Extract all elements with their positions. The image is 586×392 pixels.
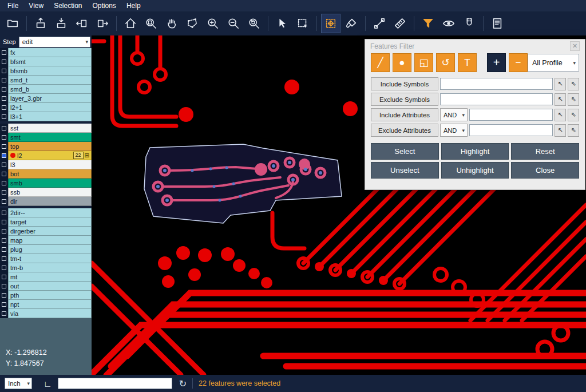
layer-row-bfsmt[interactable]: bfsmt — [0, 57, 92, 66]
unhighlight-button[interactable]: Unhighlight — [441, 162, 509, 179]
include-attributes-pick-button[interactable]: ↖ — [555, 109, 566, 121]
layer-checkbox[interactable] — [2, 172, 6, 176]
layer-checkbox[interactable] — [2, 114, 6, 119]
layer-name-cell[interactable]: dirgerber — [8, 227, 92, 236]
layer-row-l3[interactable]: l3 — [0, 160, 92, 169]
layer-name-cell[interactable]: ssb — [8, 188, 92, 197]
layer-checkbox[interactable] — [2, 69, 6, 73]
layer-row-fx[interactable]: fx — [0, 48, 92, 57]
layer-row-plug[interactable]: plug — [0, 245, 92, 254]
layer-name-cell[interactable]: plug — [8, 245, 92, 254]
exclude-symbols-button[interactable]: Exclude Symbols — [371, 93, 438, 106]
open-file-button[interactable] — [3, 14, 22, 33]
ruler-tool-button[interactable] — [390, 14, 410, 33]
layer-name-cell[interactable]: mt — [8, 272, 92, 282]
layer-row-dir[interactable]: dir — [0, 197, 92, 206]
exclude-attributes-input[interactable] — [469, 124, 553, 136]
layer-checkbox[interactable] — [2, 266, 6, 270]
layer-name-cell[interactable]: target — [8, 217, 92, 227]
include-symbols-pick-button[interactable]: ↖ — [555, 78, 566, 90]
layer-checkbox[interactable] — [2, 50, 6, 55]
report-log-button[interactable] — [488, 14, 507, 33]
layer-checkbox[interactable] — [2, 229, 6, 233]
home-view-button[interactable] — [121, 14, 140, 33]
layer-row-smt[interactable]: smt — [0, 133, 92, 142]
include-symbols-input[interactable] — [440, 78, 553, 90]
layer-row-dirgerber[interactable]: dirgerber — [0, 227, 92, 236]
layer-checkbox[interactable] — [2, 284, 6, 288]
layer-row-layer_3.gbr[interactable]: layer_3.gbr — [0, 94, 92, 103]
rectangle-select-button[interactable] — [293, 14, 312, 33]
layer-name-cell[interactable]: l3 — [8, 160, 92, 169]
pad-tool-button[interactable]: ● — [393, 53, 411, 72]
exclude-attributes-pick-add-button[interactable]: ⇖ — [568, 124, 579, 137]
include-symbols-pick-add-button[interactable]: ⇖ — [568, 78, 579, 90]
menu-selection[interactable]: Selection — [49, 1, 87, 10]
zoom-out-button[interactable] — [224, 14, 243, 33]
layer-row-top[interactable]: top — [0, 142, 92, 151]
layer-row-l2[interactable]: l222⊞ — [0, 151, 92, 160]
line-tool-button[interactable]: ╱ — [371, 53, 390, 72]
arc-tool-button[interactable]: ↺ — [436, 53, 455, 72]
layer-row-target[interactable]: target — [0, 217, 92, 227]
layer-checkbox[interactable] — [2, 311, 6, 316]
close-icon[interactable]: ✕ — [570, 41, 580, 51]
layer-row-ssb[interactable]: ssb — [0, 188, 92, 197]
layer-row-out[interactable]: out — [0, 282, 92, 291]
layer-name-cell[interactable]: layer_3.gbr — [8, 94, 92, 103]
layer-checkbox[interactable] — [2, 144, 6, 149]
layer-checkbox[interactable] — [2, 60, 6, 64]
layer-row-smd_t[interactable]: smd_t — [0, 76, 92, 85]
zoom-in-button[interactable] — [203, 14, 223, 33]
exclude-symbols-pick-button[interactable]: ↖ — [555, 93, 566, 106]
layer-checkbox[interactable] — [2, 199, 6, 204]
layer-name-cell[interactable]: l2+1 — [8, 103, 92, 112]
layer-row-smd_b[interactable]: smd_b — [0, 85, 92, 94]
layer-visibility-button[interactable] — [439, 14, 458, 33]
layer-checkbox[interactable] — [2, 293, 6, 298]
layer-row-tm-b[interactable]: tm-b — [0, 263, 92, 272]
exclude-attributes-button[interactable]: Exclude Attributes — [371, 124, 438, 137]
add-mode-button[interactable]: + — [487, 53, 506, 72]
layer-row-sst[interactable]: sst — [0, 124, 92, 133]
exclude-symbols-pick-add-button[interactable]: ⇖ — [568, 93, 579, 106]
refresh-icon[interactable]: ↻ — [179, 378, 187, 389]
layer-name-cell[interactable]: smd_b — [8, 85, 92, 94]
layer-name-cell[interactable]: map — [8, 236, 92, 245]
layer-checkbox[interactable] — [2, 220, 6, 224]
layer-checkbox[interactable] — [2, 135, 6, 140]
include-attributes-input[interactable] — [469, 109, 553, 121]
layer-checkbox[interactable] — [2, 96, 6, 101]
layer-checkbox[interactable] — [2, 275, 6, 279]
menu-file[interactable]: File — [2, 1, 23, 10]
layer-name-cell[interactable]: tm-t — [8, 254, 92, 263]
layer-checkbox[interactable] — [2, 302, 6, 307]
include-attributes-pick-add-button[interactable]: ⇖ — [568, 109, 579, 121]
select-tool-button[interactable] — [272, 14, 292, 33]
layer-row-mt[interactable]: mt — [0, 272, 92, 282]
measure-tool-button[interactable] — [370, 14, 389, 33]
import-step-button[interactable] — [52, 14, 71, 33]
layer-name-cell[interactable]: 2dir-- — [8, 208, 92, 217]
include-attributes-button[interactable]: Include Attributes — [371, 108, 438, 121]
surface-tool-button[interactable]: ◱ — [414, 53, 433, 72]
layer-checkbox[interactable] — [2, 78, 6, 82]
layer-name-cell[interactable]: bfsmb — [8, 66, 92, 76]
layer-name-cell[interactable]: via — [8, 309, 92, 318]
export-step-button[interactable] — [31, 14, 50, 33]
layer-name-cell[interactable]: pth — [8, 291, 92, 300]
zoom-reset-button[interactable] — [244, 14, 264, 33]
polygon-select-button[interactable] — [183, 14, 202, 33]
snap-tool-button[interactable] — [460, 14, 479, 33]
command-input[interactable] — [58, 378, 172, 389]
layer-row-npt[interactable]: npt — [0, 300, 92, 309]
remove-mode-button[interactable]: − — [509, 53, 528, 72]
dialog-titlebar[interactable]: Features Filter ✕ — [365, 39, 585, 53]
select-button[interactable]: Select — [371, 143, 439, 160]
reset-button[interactable]: Reset — [511, 143, 579, 160]
layer-checkbox[interactable] — [2, 238, 6, 243]
layer-name-cell[interactable]: fx — [8, 48, 92, 57]
layer-name-cell[interactable]: l222⊞ — [8, 151, 92, 160]
layer-checkbox[interactable] — [2, 190, 6, 195]
layer-name-cell[interactable]: smb — [8, 179, 92, 188]
